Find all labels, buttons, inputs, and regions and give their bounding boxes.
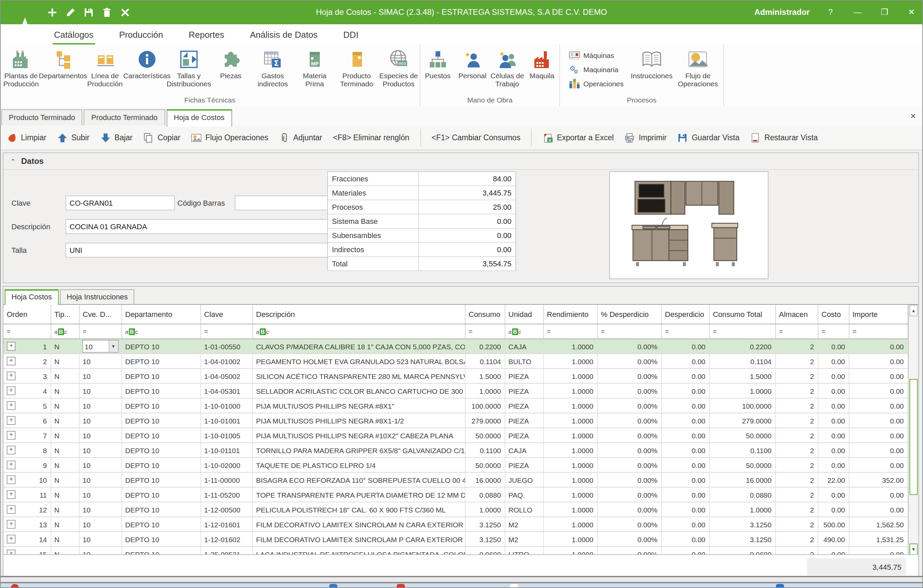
vertical-scrollbar[interactable]: ▲ ▼	[908, 305, 918, 555]
taskbar-icon[interactable]	[11, 584, 19, 588]
cell-almacen[interactable]: 2	[775, 383, 818, 398]
cell-departamento[interactable]: DEPTO 10	[122, 428, 200, 443]
cell-desperdicio[interactable]: 0.00	[661, 502, 709, 517]
ribbon-button-operaciones[interactable]: Operaciones	[568, 78, 623, 89]
cell-almacen[interactable]: 2	[775, 398, 818, 413]
cell-clave[interactable]: 1-11-00000	[200, 472, 252, 487]
cell-costo[interactable]: 0.00	[818, 339, 849, 354]
cell-importe[interactable]: 1,562.50	[849, 517, 908, 532]
cell-costo[interactable]: 0.00	[818, 457, 849, 472]
cell-departamento[interactable]: DEPTO 10	[122, 457, 200, 472]
expand-icon[interactable]: +	[7, 431, 15, 440]
toolbar-button-exportar-a-excel[interactable]: xExportar a Excel	[543, 133, 614, 142]
cell-descripcion[interactable]: PIJA MULTIUSOS PHILLIPS NEGRA #8X1-1/2	[252, 413, 465, 428]
cell-consumo[interactable]: 50.0000	[465, 428, 505, 443]
cell-rendimiento[interactable]: 1.0000	[543, 383, 597, 398]
filter-cell-departamento[interactable]: aBc	[122, 324, 200, 339]
cell-desperdicio[interactable]: 0.00%	[597, 487, 661, 502]
ribbon-button-flujo-de-operaciones[interactable]: Flujo de Operaciones	[677, 49, 719, 88]
cell-cve-d[interactable]: 10	[79, 457, 122, 472]
cell-orden[interactable]: +1	[3, 339, 51, 354]
cell-cve-d[interactable]: 10	[79, 547, 122, 555]
cell-orden[interactable]: +4	[3, 383, 51, 398]
menu-item-produccion[interactable]: Producción	[118, 27, 164, 42]
cell-costo[interactable]: 22.00	[818, 472, 849, 487]
grid-row[interactable]: +6N10DEPTO 101-10-01001PIJA MULTIUSOS PH…	[3, 413, 908, 428]
help-button[interactable]: ?	[824, 7, 837, 17]
toolbar-button-guardar-vista[interactable]: Guardar Vista	[677, 133, 739, 142]
grid-row[interactable]: +9N10DEPTO 101-10-02000TAQUETE DE PLASTI…	[3, 457, 908, 472]
cell-unidad[interactable]: PIEZA	[505, 398, 543, 413]
cve-dropdown-editor[interactable]: 10▼	[83, 341, 118, 352]
ribbon-button-piezas[interactable]: Piezas	[210, 49, 252, 80]
cell-rendimiento[interactable]: 1.0000	[543, 532, 597, 547]
cell-desperdicio[interactable]: 0.00%	[597, 517, 661, 532]
column-header-departamento[interactable]: Departamento	[122, 305, 200, 324]
cell-orden[interactable]: +6	[3, 413, 51, 428]
cell-almacen[interactable]: 2	[775, 457, 818, 472]
expand-icon[interactable]: +	[7, 357, 15, 365]
cell-descripcion[interactable]: CLAVOS P/MADERA CALIBRE 18 1" CAJA CON 5…	[252, 339, 465, 354]
cell-rendimiento[interactable]: 1.0000	[543, 457, 597, 472]
toolbar-button-copiar[interactable]: Copiar	[143, 133, 181, 142]
cell-descripcion[interactable]: FILM DECORATIVO LAMITEX SINCROLAM P CARA…	[252, 532, 465, 547]
cell-desperdicio[interactable]: 0.00	[661, 457, 709, 472]
ribbon-button-tallas-y-distribuciones[interactable]: Tallas y Distribuciones	[168, 49, 210, 88]
column-header-almacen[interactable]: Almacen	[775, 305, 818, 324]
cell-importe[interactable]: 0.00	[849, 547, 908, 555]
cell-costo[interactable]: 0.00	[818, 428, 849, 443]
cell-importe[interactable]: 0.00	[849, 443, 908, 457]
cell-tip[interactable]: N	[51, 369, 79, 383]
cell-departamento[interactable]: DEPTO 10	[122, 443, 200, 457]
sheet-tab-hoja-instrucciones[interactable]: Hoja Instrucciones	[60, 289, 135, 304]
cell-desperdicio[interactable]: 0.00%	[597, 502, 661, 517]
cell-costo[interactable]: 500.00	[818, 517, 849, 532]
expand-icon[interactable]: +	[7, 490, 15, 499]
cell-clave[interactable]: 1-12-01601	[200, 517, 252, 532]
cell-descripcion[interactable]: LACA INDUSTRIAL DE NITROCELULOSA PIGMENT…	[252, 547, 465, 555]
restore-button[interactable]: ❐	[879, 7, 891, 17]
doc-tab-producto-terminado[interactable]: Producto Terminado	[2, 109, 83, 125]
column-header-importe[interactable]: Importe	[849, 305, 908, 324]
cell-consumo[interactable]: 100.0000	[465, 398, 505, 413]
column-header-cve-d[interactable]: Cve. D...	[79, 305, 122, 324]
cell-consumo-total[interactable]: 3.1250	[709, 532, 775, 547]
cell-descripcion[interactable]: FILM DECORATIVO LAMITEX SINCROLAM N CARA…	[252, 517, 465, 532]
quick-new-button[interactable]	[47, 7, 57, 17]
filter-cell-desperdicio[interactable]: =	[597, 324, 661, 339]
cell-departamento[interactable]: DEPTO 10	[122, 502, 200, 517]
cell-clave[interactable]: 1-10-01005	[200, 428, 252, 443]
sheet-tab-hoja-costos[interactable]: Hoja Costos	[5, 289, 59, 305]
cell-costo[interactable]: 0.00	[818, 369, 849, 383]
cell-consumo[interactable]: 1.5000	[465, 369, 505, 383]
cell-tip[interactable]: N	[51, 413, 79, 428]
cell-costo[interactable]: 0.00	[818, 547, 849, 555]
expand-icon[interactable]: +	[7, 535, 15, 544]
cell-desperdicio[interactable]: 0.00%	[597, 339, 661, 354]
cell-orden[interactable]: +12	[3, 502, 51, 517]
grid-row[interactable]: +12N10DEPTO 101-12-00500PELICULA POLISTR…	[3, 502, 908, 517]
cell-desperdicio[interactable]: 0.00	[661, 383, 709, 398]
cell-almacen[interactable]: 2	[775, 502, 818, 517]
doc-tab-producto-terminado[interactable]: Producto Terminado	[84, 109, 165, 125]
cell-departamento[interactable]: DEPTO 10	[122, 383, 200, 398]
cell-clave[interactable]: 1-10-01000	[200, 398, 252, 413]
taskbar-icon[interactable]	[397, 584, 405, 588]
cell-desperdicio[interactable]: 0.00	[661, 428, 709, 443]
cell-tip[interactable]: N	[51, 339, 79, 354]
cell-desperdicio[interactable]: 0.00	[661, 443, 709, 457]
cell-cve-d[interactable]: 10	[79, 472, 122, 487]
toolbar-button-f1-cambiar-consumos[interactable]: <F1> Cambiar Consumos	[432, 134, 520, 142]
filter-cell-cve-d[interactable]: =	[79, 324, 122, 339]
cell-consumo[interactable]: 3.1250	[465, 532, 505, 547]
cell-cve-d[interactable]: 10	[79, 428, 122, 443]
cell-unidad[interactable]: M2	[505, 532, 543, 547]
close-button[interactable]: ✕	[905, 7, 918, 17]
filter-cell-tip[interactable]: aBc	[51, 324, 79, 339]
cell-orden[interactable]: +9	[3, 457, 51, 472]
grid-row[interactable]: +15N10DEPTO 101-25-00531LACA INDUSTRIAL …	[3, 547, 908, 555]
menu-item-reportes[interactable]: Reportes	[187, 27, 226, 42]
ribbon-button-puestos[interactable]: Puestos	[420, 49, 455, 80]
ribbon-button-maquinaria[interactable]: ⚙⚙Maquinaria	[568, 64, 623, 75]
cell-clave[interactable]: 1-12-01602	[200, 532, 252, 547]
